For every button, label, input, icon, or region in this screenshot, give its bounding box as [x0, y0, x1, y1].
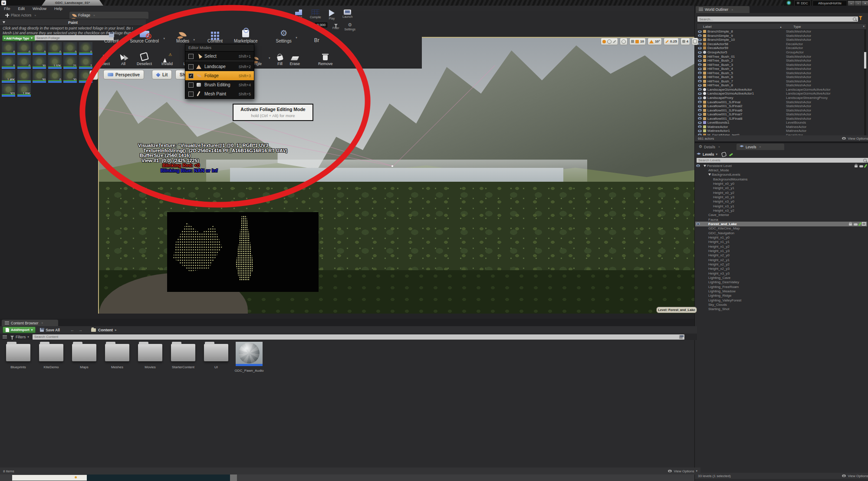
level-row[interactable]: Height_x3_y3 — [695, 271, 867, 275]
level-label[interactable]: Forest_and_Lake — [708, 222, 737, 226]
outliner-row[interactable]: LandscapeGizmoActiveActor1 LandscapeGizm… — [697, 92, 863, 96]
visibility-eye-icon[interactable] — [698, 121, 702, 124]
level-row[interactable]: BackgroundMountains — [695, 177, 867, 181]
content-folder[interactable]: Blueprints — [2, 344, 35, 369]
level-label[interactable]: Height_x0_y0 — [713, 182, 734, 186]
menu-window[interactable]: Window — [33, 7, 46, 11]
lock-icon[interactable] — [849, 223, 852, 226]
level-label[interactable]: Lighting_DeerValley — [708, 280, 739, 284]
level-label[interactable]: GDC_KiteCine_Map — [708, 226, 740, 230]
level-row[interactable]: Starting_Shot — [695, 307, 867, 311]
level-label[interactable]: Cave_Interior — [708, 213, 729, 217]
lock-icon[interactable] — [855, 165, 858, 167]
foliage-mesh-tile[interactable]: 0 — [63, 42, 77, 55]
visibility-eye-icon[interactable] — [698, 59, 702, 62]
level-row[interactable]: Height_x2_y2 — [695, 262, 867, 266]
outliner-row[interactable]: BranchSimple_8 StaticMeshActor — [697, 29, 863, 34]
transform-tools-group[interactable] — [601, 38, 618, 45]
menu-edit[interactable]: Edit — [18, 7, 25, 11]
outliner-row[interactable]: GroupActor5 GroupActor — [697, 50, 863, 55]
actor-label[interactable]: DecalActor59 — [707, 46, 785, 50]
scrollbar-thumb-horizontal[interactable] — [230, 474, 237, 481]
foliage-mesh-tile[interactable]: 0 — [2, 56, 15, 69]
forward-arrow-icon[interactable]: → — [79, 328, 82, 332]
foliage-mesh-tile[interactable]: 30 — [63, 70, 77, 83]
level-label[interactable]: Height_x0_y1 — [713, 186, 734, 190]
level-label[interactable]: Lighting_Ridge — [708, 294, 731, 298]
scale-snap-group[interactable]: 0.25 — [664, 38, 679, 45]
filters-button[interactable]: Filters ▾ — [10, 335, 29, 339]
actor-label[interactable]: BranchSimple_10 — [707, 38, 785, 42]
rotation-snap-value[interactable]: 10° — [655, 39, 660, 43]
level-row[interactable]: Height_x0_y2 — [695, 190, 867, 195]
levels-view-options-button[interactable]: View Options ▾ — [842, 474, 868, 478]
visibility-eye-icon[interactable] — [698, 30, 702, 33]
actor-label[interactable]: HillTree_Bush_8 — [707, 83, 785, 87]
actor-label[interactable]: HillTree_Bush_01 — [707, 55, 785, 59]
visibility-eye-icon[interactable] — [698, 47, 702, 49]
foliage-mesh-tile[interactable]: 0 — [17, 42, 31, 55]
actor-label[interactable]: HillTree_Bush_2 — [707, 59, 785, 62]
level-label[interactable]: Height_x0_y2 — [713, 191, 734, 195]
actor-label[interactable]: MatineeActor1 — [707, 129, 785, 133]
outliner-row[interactable]: DecalActor58 DecalActor — [697, 42, 863, 46]
level-row[interactable]: Height_x1_y2 — [695, 244, 867, 249]
visibility-eye-icon[interactable] — [698, 101, 702, 103]
level-row[interactable]: Sky_Clouds — [695, 302, 867, 307]
level-label[interactable]: GDC_Navigation — [708, 231, 734, 235]
actor-label[interactable]: Lavaflow001_SJFinal8 — [707, 117, 785, 121]
level-row[interactable]: GDC_KiteCine_Map — [695, 226, 867, 231]
level-label[interactable]: Height_x2_y0 — [708, 253, 730, 257]
outliner-row[interactable]: HillTree_Bush_5 StaticMeshActor — [697, 71, 863, 75]
level-row[interactable]: Lighting_ValleyForest — [695, 298, 867, 302]
outliner-row[interactable]: HillTree_Bush_6 StaticMeshActor — [697, 75, 863, 79]
edit-pencil-icon[interactable] — [864, 164, 867, 168]
camera-speed-value[interactable]: 4 — [687, 39, 688, 43]
launch-button[interactable]: Launch — [342, 10, 352, 20]
level-label[interactable]: Sky_Clouds — [708, 303, 727, 307]
level-label[interactable]: Fauna — [708, 218, 718, 222]
compile-button[interactable]: Compile — [310, 10, 321, 20]
level-visibility-eye-icon[interactable] — [696, 223, 700, 225]
foliage-mesh-tile[interactable]: 0 — [33, 42, 46, 55]
foliage-settings-button[interactable]: ⚙Settings — [345, 23, 355, 31]
tab-content-browser[interactable]: Content Browser × — [2, 320, 58, 326]
close-tab-icon[interactable]: × — [34, 14, 36, 17]
level-label[interactable]: Lighting_FreeRoam — [708, 285, 739, 289]
visibility-eye-icon[interactable] — [698, 130, 702, 132]
level-row[interactable]: Height_x3_y2 — [695, 208, 867, 213]
actor-label[interactable]: HillTree_Bush_3 — [707, 63, 785, 67]
level-label[interactable]: Height_x3_y0 — [713, 200, 734, 203]
menu-file[interactable]: File — [4, 7, 10, 11]
level-row[interactable]: Persistent Level — [695, 164, 867, 168]
scale-snap-value[interactable]: 0.25 — [670, 39, 677, 43]
outliner-scrollbar-thumb[interactable] — [864, 52, 866, 69]
level-row[interactable]: Height_x1_y3 — [695, 249, 867, 253]
level-row[interactable]: Fauna — [695, 217, 867, 222]
level-row[interactable]: BackgroundLevels — [695, 173, 867, 177]
outliner-row[interactable]: LandscapeProxy LandscapeStreamingProxy — [697, 96, 863, 100]
expander-icon[interactable] — [708, 173, 711, 176]
level-label[interactable]: Height_x2_y3 — [708, 267, 730, 271]
tab-world-outliner[interactable]: World Outliner × — [696, 6, 750, 13]
foliage-mesh-tile[interactable]: 1.89K — [17, 84, 31, 97]
actor-label[interactable]: Lavaflow001_SJFinal7 — [707, 112, 785, 116]
visibility-eye-icon[interactable] — [698, 51, 702, 54]
actor-label[interactable]: MatineeActor — [707, 125, 785, 129]
foliage-mesh-tile[interactable]: 0 — [48, 70, 62, 83]
content-asset-gdc-pawn-audio[interactable]: GDC_Pawn_Audio — [233, 342, 266, 373]
tab-foliage[interactable]: Foliage × — [69, 12, 148, 19]
project-title-tab[interactable]: GDC_Landscape_01* — [42, 0, 103, 6]
level-label[interactable]: Height_x3_y1 — [713, 204, 734, 208]
collapse-arrow-icon[interactable] — [3, 21, 5, 23]
level-label[interactable]: Height_x2_y2 — [708, 262, 730, 266]
close-tab-icon[interactable]: × — [93, 14, 95, 17]
actor-label[interactable]: HillTree_Bush_5 — [707, 71, 785, 75]
close-tab-icon[interactable]: × — [718, 145, 720, 148]
beacon-icon[interactable] — [786, 0, 791, 5]
visibility-eye-icon[interactable] — [698, 68, 702, 70]
foliage-mesh-tile[interactable]: 303 — [2, 84, 15, 97]
level-label[interactable]: Height_x0_y3 — [713, 195, 734, 199]
foliage-mesh-tile[interactable]: 50 — [33, 70, 46, 83]
content-folder[interactable]: UI — [200, 344, 233, 369]
